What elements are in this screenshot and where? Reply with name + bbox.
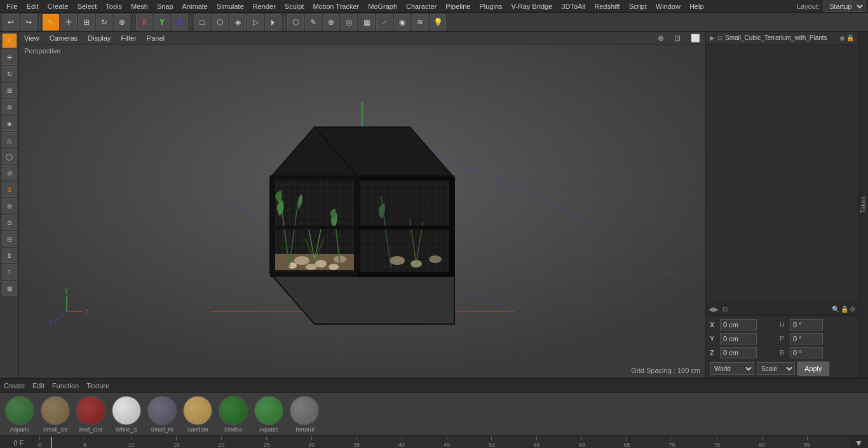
- timeline-end-btn[interactable]: ▼: [849, 438, 868, 448]
- tool16-btn[interactable]: ⊠: [2, 281, 17, 296]
- vp-panel-btn[interactable]: Panel: [144, 34, 167, 42]
- menu-help[interactable]: Help: [686, 1, 708, 11]
- render-region-btn[interactable]: ◈: [229, 14, 246, 31]
- draw-btn[interactable]: ✎: [305, 14, 322, 31]
- render-all-btn[interactable]: ⏵: [265, 14, 281, 31]
- tool9-btn[interactable]: ⊘: [2, 165, 17, 180]
- h-rot-input[interactable]: [790, 319, 823, 330]
- bp-btn[interactable]: ⊕: [323, 14, 339, 31]
- vp-cameras-btn[interactable]: Cameras: [47, 34, 81, 42]
- light-btn[interactable]: 💡: [430, 14, 446, 31]
- select-left-btn[interactable]: ↖: [2, 33, 17, 48]
- sculpt-btn[interactable]: ◎: [341, 14, 357, 31]
- menu-pipeline[interactable]: Pipeline: [442, 1, 474, 11]
- menu-create[interactable]: Create: [44, 1, 72, 11]
- vp-fullscreen-btn[interactable]: ⬜: [691, 34, 700, 43]
- tool10-btn[interactable]: S: [2, 182, 17, 197]
- move-left-btn[interactable]: ✛: [2, 50, 17, 65]
- y-pos-input[interactable]: [720, 333, 757, 344]
- menu-snap[interactable]: Snap: [153, 1, 177, 11]
- layout-dropdown[interactable]: Startup: [824, 1, 865, 12]
- menu-edit[interactable]: Edit: [23, 1, 43, 11]
- attr-lock2-icon[interactable]: 🔒: [841, 306, 848, 313]
- mat-function-btn[interactable]: Function: [52, 382, 79, 390]
- attr-settings-icon[interactable]: ⚙: [850, 306, 855, 313]
- menu-sculpt[interactable]: Sculpt: [281, 1, 308, 11]
- material-item-6[interactable]: Elodea: [217, 396, 249, 433]
- menu-file[interactable]: File: [3, 1, 22, 11]
- hair-btn[interactable]: ⟋: [376, 14, 393, 31]
- timeline-playhead[interactable]: [51, 437, 52, 449]
- tool14-btn[interactable]: ⊻: [2, 248, 17, 263]
- viewport-3d[interactable]: X Y Z Perspective Grid Spacing : 100 cm: [19, 44, 705, 378]
- vp-center-btn[interactable]: ⊡: [674, 34, 681, 43]
- material-item-5[interactable]: Sandsto: [182, 396, 214, 433]
- obj-mode-btn[interactable]: □: [194, 14, 210, 31]
- menu-mesh[interactable]: Mesh: [127, 1, 152, 11]
- timeline-ticks[interactable]: 051015202530354045505560657075808590: [38, 437, 849, 449]
- timeline-ruler[interactable]: 0 F 051015202530354045505560657075808590…: [0, 436, 868, 448]
- menu-redshift[interactable]: Redshift: [590, 1, 623, 11]
- z-pos-input[interactable]: [720, 347, 757, 358]
- render-view-btn[interactable]: ▷: [247, 14, 264, 31]
- undo-btn[interactable]: ↩: [3, 14, 19, 31]
- obj-view-btn[interactable]: ◉: [839, 34, 845, 41]
- tool6-btn[interactable]: ◈: [2, 116, 17, 131]
- object-tree[interactable]: [706, 44, 858, 302]
- scale-select[interactable]: Scale Size: [757, 362, 795, 375]
- expand-icon[interactable]: ▶: [710, 34, 715, 41]
- z-axis-btn[interactable]: Z: [172, 14, 188, 31]
- menu-tools[interactable]: Tools: [102, 1, 126, 11]
- mat-create-btn[interactable]: Create: [4, 382, 25, 390]
- vp-view-btn[interactable]: View: [22, 34, 42, 42]
- attr-search-icon[interactable]: 🔍: [832, 306, 839, 313]
- takes-tab[interactable]: Takes: [858, 193, 868, 217]
- x-pos-input[interactable]: [720, 319, 757, 330]
- x-axis-btn[interactable]: X: [136, 14, 153, 31]
- move-tool-btn[interactable]: ✛: [60, 14, 77, 31]
- menu-simulate[interactable]: Simulate: [213, 1, 248, 11]
- transform-tool-btn[interactable]: ⊕: [114, 14, 130, 31]
- vp-maximize-btn[interactable]: ⊕: [658, 34, 664, 43]
- anim-btn[interactable]: ⬡: [212, 14, 228, 31]
- tool12-btn[interactable]: ⊙: [2, 215, 17, 230]
- vp-filter-btn[interactable]: Filter: [118, 34, 139, 42]
- menu-motion-tracker[interactable]: Motion Tracker: [309, 1, 363, 11]
- menu-select[interactable]: Select: [74, 1, 101, 11]
- material-item-8[interactable]: Terrarui: [288, 396, 320, 433]
- material-item-3[interactable]: White_S: [111, 396, 142, 433]
- select-tool-btn[interactable]: ↖: [43, 14, 59, 31]
- redo-btn[interactable]: ↪: [20, 14, 37, 31]
- rotate-tool-btn[interactable]: ↻: [96, 14, 112, 31]
- menu-render[interactable]: Render: [249, 1, 280, 11]
- tool8-btn[interactable]: ◯: [2, 149, 17, 164]
- tool5-btn[interactable]: ⊕: [2, 99, 17, 114]
- tool15-btn[interactable]: ⊺: [2, 264, 17, 280]
- uv-btn[interactable]: ▦: [358, 14, 375, 31]
- tool7-btn[interactable]: △: [2, 132, 17, 147]
- menu-plugins[interactable]: Plugins: [475, 1, 506, 11]
- sim-btn[interactable]: ≋: [412, 14, 428, 31]
- y-axis-btn[interactable]: Y: [154, 14, 170, 31]
- menu-mograph[interactable]: MoGraph: [364, 1, 401, 11]
- menu-character[interactable]: Character: [402, 1, 440, 11]
- mograph-btn[interactable]: ◉: [394, 14, 410, 31]
- material-item-1[interactable]: Small_Se: [39, 396, 71, 433]
- tool13-btn[interactable]: ⊟: [2, 231, 17, 247]
- menu-animate[interactable]: Animate: [179, 1, 212, 11]
- rotate-left-btn[interactable]: ↻: [2, 66, 17, 81]
- material-item-0[interactable]: Aquariu: [4, 396, 36, 433]
- tool11-btn[interactable]: ⊛: [2, 198, 17, 214]
- menu-vray[interactable]: V-Ray Bridge: [508, 1, 557, 11]
- b-rot-input[interactable]: [790, 347, 823, 358]
- mat-edit-btn[interactable]: Edit: [32, 382, 44, 390]
- scale-tool-btn[interactable]: ⊞: [78, 14, 95, 31]
- material-item-4[interactable]: Small_Ri: [146, 396, 178, 433]
- menu-window[interactable]: Window: [652, 1, 684, 11]
- attr-collapse-icon[interactable]: ◀▶: [709, 306, 719, 313]
- p-rot-input[interactable]: [790, 333, 823, 344]
- scale-left-btn[interactable]: ⊞: [2, 83, 17, 98]
- content-browser-tab[interactable]: Content Browser: [858, 177, 858, 232]
- mat-texture-btn[interactable]: Texture: [86, 382, 109, 390]
- material-item-2[interactable]: Red_Gra: [75, 396, 107, 433]
